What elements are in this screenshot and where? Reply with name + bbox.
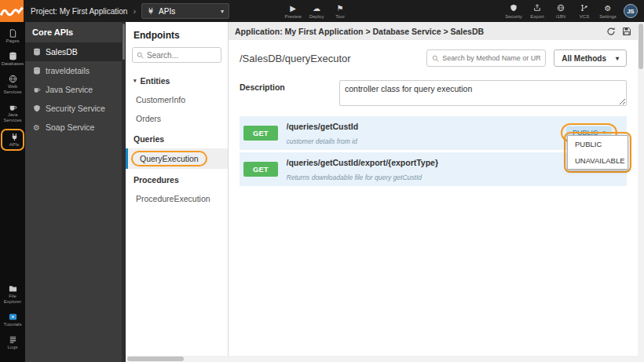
database-icon [32, 67, 41, 75]
sidebar-item-java-services[interactable]: Java Services [1, 102, 24, 123]
vertical-scrollbar[interactable] [638, 22, 644, 356]
chevron-down-icon: ▾ [616, 55, 619, 62]
services-panel-title: Core APIs [25, 22, 122, 42]
main-content: /SalesDB/queryExecutor All Methods ▾ Des… [229, 40, 638, 186]
endpoint-item-procedureexecution[interactable]: ProcedureExecution [126, 189, 228, 208]
chevron-down-icon: ▾ [221, 8, 224, 15]
preview-button[interactable]: ▶ Preview [281, 4, 305, 19]
endpoint-rows: GET /queries/getCustId customer details … [240, 116, 627, 186]
video-play-icon [9, 312, 17, 321]
api-subtitle: customer details from id [287, 137, 357, 145]
sidebar-item-apis[interactable]: APIs [2, 132, 26, 148]
visibility-option-unavailable[interactable]: UNAVAILABLE [568, 152, 628, 169]
shield-icon [32, 104, 41, 113]
scrollbar-corner [638, 356, 644, 362]
vcs-button[interactable]: VCS [573, 4, 596, 19]
scrollbar-thumb[interactable] [123, 24, 125, 60]
api-plug-icon [10, 132, 19, 141]
workspace-dropdown[interactable]: APIs ▾ [141, 3, 229, 19]
method-badge-get: GET [243, 162, 278, 177]
api-path-block: /queries/getCustId/export/{exportType} R… [287, 155, 439, 184]
endpoint-item-customerinfo[interactable]: CustomerInfo [126, 90, 228, 109]
method-search-box[interactable] [426, 49, 546, 67]
database-icon [9, 51, 17, 60]
endpoint-item-queryexecution[interactable]: QueryExecution [126, 148, 228, 169]
section-queries[interactable]: Queries [126, 128, 228, 148]
git-branch-icon [580, 4, 588, 13]
api-plug-icon [147, 7, 155, 15]
description-input[interactable]: controller class for query execution [339, 80, 627, 106]
endpoint-item-orders[interactable]: Orders [126, 109, 228, 128]
top-bar: Project: My First Application › APIs ▾ ▶… [0, 0, 644, 22]
wavemaker-logo[interactable] [0, 0, 24, 22]
gear-icon: ⚙ [32, 123, 41, 132]
method-badge-get: GET [243, 126, 278, 141]
description-row: Description controller class for query e… [240, 80, 627, 106]
globe-icon [9, 74, 17, 83]
sidebar-item-logs[interactable]: Logs [1, 335, 24, 350]
services-panel: Core APIs SalesDB traveldetails Java Ser… [25, 22, 122, 362]
endpoints-search-box[interactable] [132, 47, 221, 63]
triangle-down-icon: ▾ [134, 78, 137, 84]
service-item-soap-service[interactable]: ⚙ Soap Service [25, 118, 122, 137]
all-methods-dropdown[interactable]: All Methods ▾ [554, 49, 627, 67]
api-subtitle: Returns downloadable file for query getC… [287, 174, 422, 181]
chevron-right-icon: › [133, 6, 136, 16]
annotation-queryexecution-highlight: QueryExecution [131, 151, 207, 166]
left-icon-rail: Pages Databases Web Services Java Servic… [0, 22, 25, 362]
annotation-visibility-menu-highlight: PUBLIC UNAVAILABLE [564, 132, 631, 173]
globe-icon [557, 4, 565, 13]
sidebar-item-pages[interactable]: Pages [1, 28, 24, 44]
visibility-option-public[interactable]: PUBLIC [568, 136, 628, 152]
service-item-security-service[interactable]: Security Service [25, 99, 122, 118]
section-entities[interactable]: ▾ Entities [126, 70, 228, 90]
tour-flag-icon: ⚑ [337, 4, 344, 13]
sidebar-item-databases[interactable]: Databases [1, 51, 24, 67]
workspace-dropdown-label: APIs [159, 7, 175, 16]
api-path: /queries/getCustId/export/{exportType} [287, 158, 439, 167]
main-area: Application: My First Application > Data… [229, 22, 638, 356]
sidebar-item-file-explorer[interactable]: File Explorer [1, 283, 24, 305]
annotation-apis-highlight: APIs [1, 129, 24, 151]
search-icon [137, 52, 144, 59]
service-item-salesdb[interactable]: SalesDB [25, 42, 122, 61]
coffee-cup-icon [9, 102, 17, 112]
wave-logo-icon [0, 5, 24, 17]
horizontal-scrollbar[interactable] [126, 356, 638, 362]
security-button[interactable]: Security [502, 4, 525, 19]
endpoints-panel: Endpoints ▾ Entities CustomerInfo Orders… [126, 22, 229, 356]
service-item-traveldetails[interactable]: traveldetails [25, 61, 122, 80]
search-icon [432, 55, 439, 62]
tour-button[interactable]: ⚑ Tour [328, 4, 352, 19]
export-button[interactable]: Export [525, 4, 549, 19]
export-arrow-icon [533, 4, 541, 13]
i18n-button[interactable]: i18N [549, 4, 573, 19]
scrollbar-thumb[interactable] [639, 24, 643, 69]
sidebar-item-tutorials[interactable]: Tutorials [1, 312, 24, 327]
services-panel-scrollbar[interactable] [122, 22, 126, 362]
method-search-input[interactable] [442, 54, 540, 62]
api-path-block: /queries/getCustId customer details from… [287, 119, 359, 148]
breadcrumb: Application: My First Application > Data… [235, 27, 484, 36]
user-avatar[interactable]: JS [624, 4, 638, 18]
endpoints-search-input[interactable] [147, 51, 217, 60]
deploy-button[interactable]: ☁ Deploy [305, 4, 328, 19]
page-icon [9, 28, 17, 38]
endpoints-panel-title: Endpoints [126, 22, 228, 47]
section-procedures[interactable]: Procedures [126, 169, 228, 189]
refresh-icon[interactable] [606, 27, 616, 36]
title-row: /SalesDB/queryExecutor All Methods ▾ [240, 49, 627, 67]
gear-icon: ⚙ [605, 4, 612, 13]
service-item-java-service[interactable]: Java Service [25, 80, 122, 99]
save-icon[interactable] [622, 27, 631, 36]
api-path: /queries/getCustId [287, 122, 359, 131]
scrollbar-thumb[interactable] [127, 357, 184, 361]
breadcrumb-bar: Application: My First Application > Data… [229, 22, 638, 40]
description-label: Description [240, 80, 339, 106]
preview-play-icon: ▶ [290, 4, 296, 13]
coffee-cup-icon [32, 86, 41, 94]
shield-icon [510, 4, 518, 13]
page-title: /SalesDB/queryExecutor [240, 53, 351, 64]
settings-button[interactable]: ⚙ Settings [596, 4, 620, 19]
sidebar-item-web-services[interactable]: Web Services [1, 74, 24, 95]
